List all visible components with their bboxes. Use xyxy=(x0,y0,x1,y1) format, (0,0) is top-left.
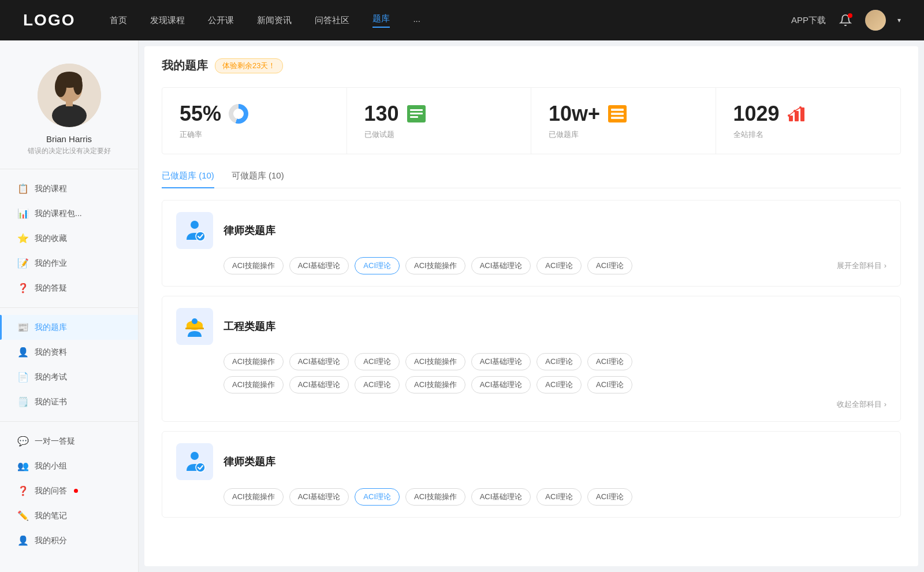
tag-2-5[interactable]: ACI理论 xyxy=(536,488,582,506)
tag-1-1-5[interactable]: ACI理论 xyxy=(536,376,582,393)
stat-label-1: 已做试题 xyxy=(364,129,514,140)
notification-dot xyxy=(848,13,852,18)
tag-0-0[interactable]: ACI技能操作 xyxy=(223,257,284,274)
bank-header-1: 工程类题库 xyxy=(176,308,886,345)
stat-label-0: 正确率 xyxy=(180,129,329,140)
sidebar-item-mycourse[interactable]: 📋 我的课程 xyxy=(0,176,138,201)
tag-1-1-6[interactable]: ACI理论 xyxy=(587,376,632,393)
tag-1-0-2[interactable]: ACI理论 xyxy=(355,353,400,370)
bank-name-2: 律师类题库 xyxy=(223,455,275,469)
stat-top-0: 55% xyxy=(180,102,329,126)
sidebar-item-notes[interactable]: ✏️ 我的笔记 xyxy=(0,503,138,528)
tag-0-6[interactable]: ACI理论 xyxy=(587,257,632,274)
sidebar-item-mydata[interactable]: 👤 我的资料 xyxy=(0,340,138,365)
expand-btn-0[interactable]: 展开全部科目 › xyxy=(837,261,886,271)
tag-1-0-3[interactable]: ACI技能操作 xyxy=(405,353,465,370)
tag-1-1-1[interactable]: ACI基础理论 xyxy=(289,376,349,393)
sidebar-item-myqa[interactable]: ❓ 我的问答 xyxy=(0,478,138,503)
logo[interactable]: LOGO xyxy=(23,11,75,29)
collapse-btn-1[interactable]: 收起全部科目 › xyxy=(837,399,886,410)
bank-name-1: 工程类题库 xyxy=(223,320,275,333)
sidebar-item-questionbank[interactable]: 📰 我的题库 xyxy=(0,315,138,340)
sidebar-divider-top xyxy=(0,169,138,169)
tag-2-3[interactable]: ACI技能操作 xyxy=(405,488,465,506)
group-icon: 👥 xyxy=(17,460,29,471)
sidebar-item-exam[interactable]: 📄 我的考试 xyxy=(0,365,138,389)
nav-home[interactable]: 首页 xyxy=(110,15,127,26)
stat-correct-rate: 55% 正确率 xyxy=(162,88,347,154)
svg-point-27 xyxy=(191,452,199,460)
stat-label-3: 全站排名 xyxy=(733,129,884,140)
svg-rect-13 xyxy=(611,113,624,115)
bank-icon-lawyer-0 xyxy=(176,212,213,249)
nav-questionbank[interactable]: 题库 xyxy=(372,13,390,28)
user-avatar xyxy=(38,64,101,127)
bar-chart-icon xyxy=(787,103,807,124)
sidebar-item-1on1[interactable]: 💬 一对一答疑 xyxy=(0,429,138,454)
stat-value-3: 1029 xyxy=(733,102,780,126)
bank-header-0: 律师类题库 xyxy=(176,212,886,249)
tag-0-1[interactable]: ACI基础理论 xyxy=(289,257,349,274)
svg-point-5 xyxy=(73,76,83,95)
1on1-icon: 💬 xyxy=(17,436,29,447)
tag-2-0[interactable]: ACI技能操作 xyxy=(223,488,284,506)
svg-rect-10 xyxy=(410,116,418,118)
stat-banks-done: 10w+ 已做题库 xyxy=(531,88,716,154)
tags-row2-0: ACI技能操作 ACI基础理论 ACI理论 ACI技能操作 ACI基础理论 AC… xyxy=(223,353,886,370)
tag-2-6[interactable]: ACI理论 xyxy=(587,488,632,506)
sidebar-item-homework[interactable]: 📝 我的作业 xyxy=(0,251,138,276)
list-icon xyxy=(607,103,628,124)
nav-discover[interactable]: 发现课程 xyxy=(150,15,185,26)
sidebar-item-qa[interactable]: ❓ 我的答疑 xyxy=(0,276,138,300)
trial-badge: 体验剩余23天！ xyxy=(215,58,283,73)
page-header: 我的题库 体验剩余23天！ xyxy=(162,58,901,73)
tag-1-1-4[interactable]: ACI基础理论 xyxy=(471,376,531,393)
tag-2-2[interactable]: ACI理论 xyxy=(355,488,400,506)
app-download-button[interactable]: APP下载 xyxy=(791,15,826,26)
notification-bell[interactable] xyxy=(837,12,854,28)
tag-1-1-0[interactable]: ACI技能操作 xyxy=(223,376,284,393)
tag-0-2[interactable]: ACI理论 xyxy=(355,257,400,274)
bank-icon-lawyer-2 xyxy=(176,443,213,480)
nav-more[interactable]: ··· xyxy=(413,16,420,25)
svg-rect-16 xyxy=(795,111,799,121)
tab-done[interactable]: 已做题库 (10) xyxy=(162,170,214,188)
stat-value-0: 55% xyxy=(180,102,221,126)
sidebar-item-favorites[interactable]: ⭐ 我的收藏 xyxy=(0,226,138,251)
svg-point-28 xyxy=(196,463,205,472)
sidebar-item-group[interactable]: 👥 我的小组 xyxy=(0,454,138,478)
book-icon xyxy=(406,103,427,124)
tag-2-4[interactable]: ACI基础理论 xyxy=(471,488,531,506)
tag-1-0-5[interactable]: ACI理论 xyxy=(536,353,582,370)
tag-0-3[interactable]: ACI技能操作 xyxy=(405,257,465,274)
bank-section-2: 律师类题库 ACI技能操作 ACI基础理论 ACI理论 ACI技能操作 ACI基… xyxy=(162,431,901,518)
tag-1-0-0[interactable]: ACI技能操作 xyxy=(223,353,284,370)
svg-point-19 xyxy=(793,110,796,112)
course-icon: 📋 xyxy=(17,183,29,194)
tag-1-1-2[interactable]: ACI理论 xyxy=(355,376,400,393)
profile-section: Brian Harris 错误的决定比没有决定要好 xyxy=(0,52,138,162)
main-content: 我的题库 体验剩余23天！ 55% 正确率 130 xyxy=(144,46,918,566)
chevron-down-icon[interactable]: ▾ xyxy=(897,16,901,24)
nav-news[interactable]: 新闻资讯 xyxy=(257,15,292,26)
tag-1-0-4[interactable]: ACI基础理论 xyxy=(471,353,531,370)
tag-2-1[interactable]: ACI基础理论 xyxy=(289,488,349,506)
bank-header-2: 律师类题库 xyxy=(176,443,886,480)
tag-1-1-3[interactable]: ACI技能操作 xyxy=(405,376,465,393)
stat-questions-done: 130 已做试题 xyxy=(347,88,532,154)
nav-qa[interactable]: 问答社区 xyxy=(315,15,349,26)
user-avatar-nav[interactable] xyxy=(865,10,886,31)
tags-section-1: ACI技能操作 ACI基础理论 ACI理论 ACI技能操作 ACI基础理论 AC… xyxy=(223,353,886,410)
sidebar-item-certificate[interactable]: 🗒️ 我的证书 xyxy=(0,389,138,414)
tag-1-0-6[interactable]: ACI理论 xyxy=(587,353,632,370)
tab-todo[interactable]: 可做题库 (10) xyxy=(232,170,284,188)
sidebar-item-points[interactable]: 👤 我的积分 xyxy=(0,528,138,553)
qa-icon: ❓ xyxy=(17,283,29,294)
nav-opencourse[interactable]: 公开课 xyxy=(208,15,234,26)
svg-point-26 xyxy=(192,318,198,324)
tag-1-0-1[interactable]: ACI基础理论 xyxy=(289,353,349,370)
tag-0-4[interactable]: ACI基础理论 xyxy=(471,257,531,274)
sidebar-item-coursepackage[interactable]: 📊 我的课程包... xyxy=(0,201,138,226)
bank-icon-engineer xyxy=(176,308,213,345)
tag-0-5[interactable]: ACI理论 xyxy=(536,257,582,274)
